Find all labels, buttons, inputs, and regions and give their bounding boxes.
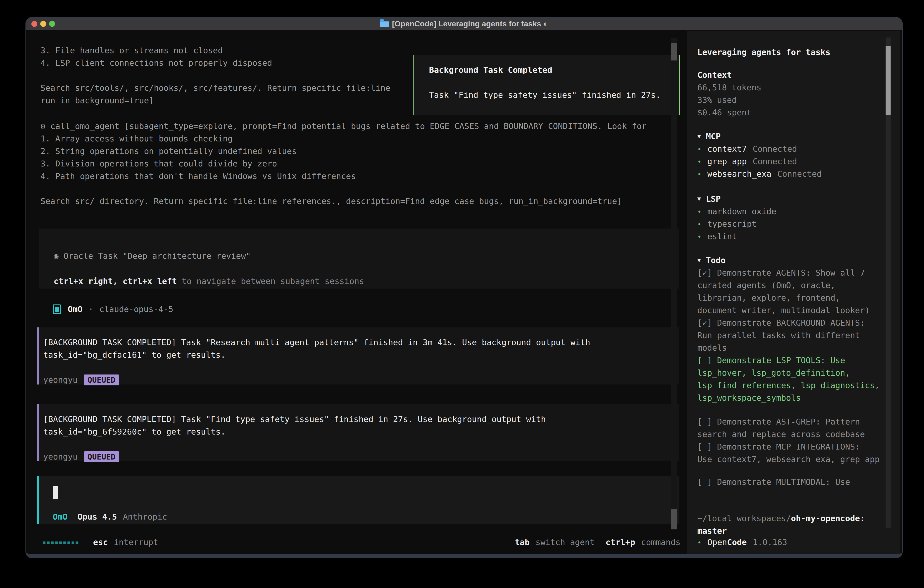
cmdp-key-label: commands — [641, 536, 680, 548]
input-model-name: Opus 4.5 — [78, 510, 117, 523]
oracle-hint-keys: ctrl+x right, ctrl+x left — [54, 276, 177, 286]
todo-item: [✓] Demonstrate AGENTS: Show all 7 curat… — [697, 266, 892, 317]
terminal-window: [OpenCode] Leveraging agents for tasks ◐… — [25, 17, 903, 558]
mcp-item-status: Connected — [752, 142, 797, 155]
zoom-button[interactable] — [49, 21, 55, 27]
task-result-meta: yeongyu QUEUED — [43, 451, 119, 463]
input-agent-name: OmO — [53, 510, 68, 523]
todo-item: [ ] Demonstrate MCP INTEGRATIONS: Use co… — [697, 441, 892, 466]
lsp-item-name: typescript — [707, 218, 757, 230]
input-scrollbar-thumb[interactable] — [671, 509, 676, 529]
notification-body: Task "Find type safety issues" finished … — [429, 89, 661, 101]
todo-section-header[interactable]: ▼ Todo — [697, 254, 726, 266]
tool-call-text: call_omo_agent [subagent_type=explore, p… — [50, 121, 647, 131]
task-user: yeongyu — [43, 451, 78, 463]
terminal-content: 3. File handles or streams not closed 4.… — [26, 31, 902, 554]
app-version: 1.0.163 — [752, 536, 787, 548]
main-scrollbar-track[interactable] — [671, 38, 676, 530]
task-result-text: [BACKGROUND TASK COMPLETED] Task "Find t… — [43, 413, 671, 438]
agent-name: OmO — [68, 303, 82, 315]
background-task-notification: Background Task Completed Task "Find typ… — [412, 55, 680, 115]
status-dot-icon: • — [697, 155, 701, 168]
statusbar-left: ▪▪▪▪▪▪▪▪▪ esc interrupt — [42, 536, 158, 548]
spinner-dots-icon: ▪▪▪▪▪▪▪▪▪ — [42, 536, 79, 548]
todo-item: [ ] Demonstrate MULTIMODAL: Use — [697, 476, 892, 488]
context-heading: Context — [697, 69, 732, 81]
oracle-task-title: ◉ Oracle Task "Deep architecture review" — [54, 237, 251, 262]
tool-call-body: 1. Array access without bounds checking … — [40, 132, 673, 207]
tab-key-hint: tab — [515, 536, 530, 548]
chevron-down-icon: ▼ — [697, 130, 701, 142]
input-provider-name: Anthropic — [123, 510, 167, 523]
agent-separator: · — [88, 303, 94, 315]
status-dot-icon: • — [697, 168, 701, 180]
mcp-heading: MCP — [706, 130, 721, 142]
sidebar-scrollbar-thumb[interactable] — [886, 46, 891, 115]
window-title: [OpenCode] Leveraging agents for tasks ◐ — [26, 19, 902, 28]
session-title: Leveraging agents for tasks — [697, 46, 830, 58]
app-name-regular: Open — [707, 536, 727, 548]
workspace-repo: oh-my-opencode: — [791, 514, 865, 523]
status-dot-icon: • — [697, 206, 701, 218]
mcp-item-name: grep_app — [707, 155, 747, 168]
context-details: 66,518 tokens 33% used $0.46 spent — [697, 81, 761, 119]
todo-item: [ ] Demonstrate AST-GREP: Pattern search… — [697, 415, 892, 441]
todo-heading: Todo — [706, 254, 726, 266]
todo-item: [✓] Demonstrate BACKGROUND AGENTS: Run p… — [697, 317, 892, 354]
cmdp-key-hint: ctrl+p — [606, 536, 635, 548]
mcp-item: • websearch_exa Connected — [697, 168, 822, 180]
lsp-item-name: eslint — [707, 230, 737, 243]
minimize-button[interactable] — [40, 21, 46, 27]
mcp-item-name: websearch_exa — [707, 168, 771, 180]
record-icon: ◉ — [54, 251, 59, 261]
mcp-item-name: context7 — [707, 142, 747, 155]
text-cursor — [53, 486, 58, 499]
esc-key-hint: esc — [93, 536, 108, 548]
window-titlebar[interactable]: [OpenCode] Leveraging agents for tasks ◐ — [26, 18, 902, 30]
status-badge: QUEUED — [84, 375, 119, 385]
lsp-heading: LSP — [706, 193, 721, 205]
input-footer: OmO Opus 4.5 Anthropic — [53, 510, 167, 523]
folder-icon — [380, 21, 389, 27]
todo-item: [ ] Demonstrate LSP TOOLS: Use lsp_hover… — [697, 354, 892, 404]
lsp-item-name: markdown-oxide — [707, 205, 776, 218]
task-result-text: [BACKGROUND TASK COMPLETED] Task "Resear… — [43, 336, 671, 361]
mcp-item-status: Connected — [777, 168, 822, 180]
tab-key-label: switch agent — [535, 536, 594, 548]
esc-key-label: interrupt — [114, 536, 158, 548]
mcp-item: • grep_app Connected — [697, 155, 797, 168]
statusbar-right: tab switch agent ctrl+p commands — [515, 536, 680, 548]
window-controls — [31, 18, 55, 30]
mcp-section-header[interactable]: ▼ MCP — [697, 130, 721, 142]
oracle-hint-text: to navigate between subagent sessions — [177, 276, 364, 286]
lsp-item: • markdown-oxide — [697, 205, 776, 218]
status-badge: QUEUED — [84, 451, 119, 462]
mcp-item: • context7 Connected — [697, 142, 797, 155]
prompt-input[interactable]: OmO Opus 4.5 Anthropic — [37, 476, 679, 524]
oracle-task-title-text: Oracle Task "Deep architecture review" — [63, 251, 251, 261]
oracle-task-hint: ctrl+x right, ctrl+x left to navigate be… — [54, 263, 364, 287]
app-name-bold: Code — [727, 536, 747, 548]
tool-call-line: ⚙ call_omo_agent [subagent_type=explore,… — [40, 120, 647, 132]
task-result-box: [BACKGROUND TASK COMPLETED] Task "Find t… — [37, 404, 679, 461]
main-scrollbar-thumb[interactable] — [671, 43, 676, 61]
task-user: yeongyu — [43, 373, 78, 386]
agent-header: OmO · claude-opus-4-5 — [53, 303, 173, 315]
lsp-item: • typescript — [697, 218, 757, 231]
oracle-task-box: ◉ Oracle Task "Deep architecture review"… — [39, 228, 679, 289]
lsp-section-header[interactable]: ▼ LSP — [697, 193, 721, 205]
task-result-meta: yeongyu QUEUED — [43, 373, 119, 386]
agent-avatar-icon — [53, 304, 61, 314]
status-dot-icon: • — [697, 537, 701, 549]
workspace-path-prefix: ~/local-workspaces/ — [697, 514, 791, 523]
status-dot-icon: • — [697, 231, 701, 243]
gear-icon: ⚙ — [40, 121, 46, 131]
agent-model: claude-opus-4-5 — [99, 303, 173, 315]
close-button[interactable] — [31, 21, 37, 27]
lsp-item: • eslint — [697, 230, 737, 243]
window-title-text: [OpenCode] Leveraging agents for tasks ◐ — [392, 19, 548, 28]
chevron-down-icon: ▼ — [697, 254, 701, 266]
notification-title: Background Task Completed — [429, 64, 552, 76]
status-dot-icon: • — [697, 143, 701, 155]
sidebar: Leveraging agents for tasks Context 66,5… — [687, 31, 900, 554]
